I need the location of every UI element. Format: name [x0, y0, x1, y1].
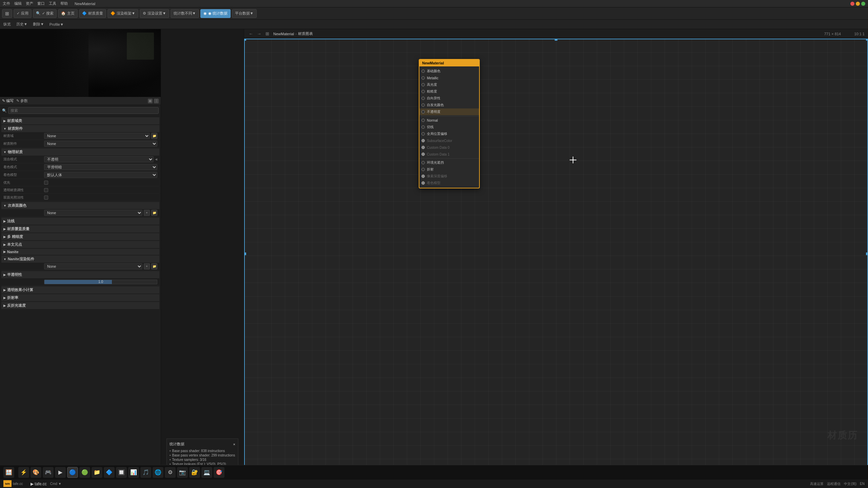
- toolbar-btn-stats-diff[interactable]: 统计数不同▼: [171, 9, 199, 18]
- subsurface-btn[interactable]: +: [144, 210, 150, 216]
- menu-asset[interactable]: 资产: [26, 1, 33, 6]
- taskbar-icon-1[interactable]: 🎨: [31, 467, 41, 478]
- taskbar-icon-3[interactable]: ▶: [55, 467, 66, 478]
- taskbar-icon-8[interactable]: 🔲: [116, 467, 127, 478]
- toolbar2-history[interactable]: 历史▼: [15, 22, 29, 27]
- section-physical-material[interactable]: ▼ 物理材质: [1, 148, 159, 156]
- taskbar-icon-10[interactable]: 🎵: [140, 467, 151, 478]
- taskbar-icon-5[interactable]: 🟢: [79, 467, 90, 478]
- taskbar-icon-0[interactable]: ⚡: [18, 467, 29, 478]
- section-material-quality[interactable]: ▶ 材质覆盖质量: [1, 225, 159, 232]
- pin-row-tangent[interactable]: 切线: [419, 124, 479, 130]
- section-material-domain[interactable]: ▶ 材质域类: [1, 117, 159, 124]
- section-text-pivot[interactable]: ▶ 本文元点: [1, 241, 159, 248]
- taskbar-icon-4[interactable]: 🔵: [67, 467, 78, 478]
- toolbar-btn-stats[interactable]: ◉ ◉ 统计数据: [200, 9, 231, 18]
- pin-row-ao[interactable]: 环境光遮挡: [419, 159, 479, 166]
- maximize-button[interactable]: [861, 2, 865, 6]
- nanite-btn-folder[interactable]: 📁: [151, 263, 157, 269]
- taskbar-icon-9[interactable]: 📊: [128, 467, 139, 478]
- pin-row-refraction[interactable]: 折射: [419, 166, 479, 173]
- pin-row-pixel-depth[interactable]: 像素深度偏移: [419, 173, 479, 180]
- toolbar-btn-render-settings[interactable]: ⚙ 渲染设置▼: [140, 9, 169, 18]
- bilateral-checkbox[interactable]: [44, 196, 48, 200]
- section-refraction[interactable]: ▶ 折射率: [1, 294, 159, 301]
- taskbar-icon-7[interactable]: 🔷: [104, 467, 115, 478]
- menu-file[interactable]: 文件: [3, 1, 10, 6]
- pin-row-world-offset[interactable]: 全局位置偏移: [419, 130, 479, 137]
- section-subsurface[interactable]: ▼ 次表面颜色: [1, 202, 159, 209]
- pin-row-aniso[interactable]: 自向异性: [419, 95, 479, 102]
- section-lod[interactable]: ▶ 多 精细度: [1, 233, 159, 240]
- subsurface-select[interactable]: None: [44, 210, 142, 216]
- section-nanite[interactable]: ▶ Nanite: [1, 249, 159, 255]
- panel-icon-more[interactable]: ⋮: [154, 99, 159, 103]
- section-translucency[interactable]: ▶ 半透明性: [1, 271, 159, 278]
- minimize-button[interactable]: [856, 2, 860, 6]
- taskbar-icon-13[interactable]: 📷: [177, 467, 188, 478]
- taskbar-icon-6[interactable]: 📁: [92, 467, 102, 478]
- pin-row-roughness[interactable]: 粗糙度: [419, 88, 479, 95]
- material-attachment-select[interactable]: None: [44, 141, 157, 147]
- bc-graph-name[interactable]: 材质图表: [298, 31, 313, 36]
- blend-mode-select[interactable]: 不透明: [44, 156, 154, 162]
- taskbar-icon-12[interactable]: ⚙: [165, 467, 176, 478]
- taskbar-icon-15[interactable]: 💻: [201, 467, 212, 478]
- pin-row-shading-model[interactable]: 着色模型: [419, 180, 479, 186]
- back-button[interactable]: ←: [248, 30, 254, 37]
- subsurface-folder-btn[interactable]: 📁: [151, 210, 157, 216]
- translucency-slider[interactable]: 1.0: [44, 280, 157, 284]
- section-material-attachment[interactable]: ▼ 材质附件: [1, 125, 159, 132]
- section-nanite-render[interactable]: ▼ Nanite渲染拓件: [1, 256, 159, 263]
- tab-editor[interactable]: ✎ 编写: [2, 98, 14, 103]
- toolbar-btn-render-frame[interactable]: 🔶 渲染框架▼: [107, 9, 138, 18]
- pin-row-metallic[interactable]: Metallic: [419, 75, 479, 81]
- tab-params[interactable]: ✎ 参数: [16, 98, 28, 103]
- material-domain-btn[interactable]: 📁: [151, 133, 157, 139]
- menu-tools[interactable]: 工具: [49, 1, 56, 6]
- menu-help[interactable]: 帮助: [60, 1, 68, 6]
- taskbar-icon-16[interactable]: 🎯: [214, 467, 224, 478]
- pin-row-custom0[interactable]: Custom Data 0: [419, 144, 479, 151]
- forward-button[interactable]: →: [256, 30, 262, 37]
- pin-row-base-color[interactable]: 基础颜色: [419, 68, 479, 75]
- bc-node-name[interactable]: NewMaterial: [273, 32, 294, 36]
- taskbar-icon-11[interactable]: 🌐: [153, 467, 163, 478]
- node-canvas[interactable]: NewMaterial 基础颜色 Metallic 高光度: [244, 39, 868, 469]
- start-button[interactable]: 🪟: [3, 467, 14, 478]
- close-button[interactable]: [850, 2, 854, 6]
- pin-row-subsurface-color[interactable]: SubsurfaceColor: [419, 137, 479, 144]
- stats-close-btn[interactable]: ×: [233, 442, 235, 446]
- toolbar-btn-home[interactable]: ⊞: [2, 9, 12, 18]
- nanite-select[interactable]: None: [44, 263, 142, 269]
- taskbar-icon-14[interactable]: 🔐: [189, 467, 200, 478]
- pin-row-custom1[interactable]: Custom Data 1: [419, 151, 479, 158]
- toolbar2-delete[interactable]: 删除▼: [32, 22, 45, 27]
- menu-edit[interactable]: 编辑: [14, 1, 22, 6]
- toolbar-btn-apply[interactable]: ✓ 应用: [14, 9, 32, 18]
- pin-row-emissive[interactable]: 自发光颜色: [419, 102, 479, 108]
- pin-row-specular[interactable]: 高光度: [419, 81, 479, 88]
- status-lang-cn[interactable]: 中文(简): [844, 482, 856, 486]
- nanite-btn-add[interactable]: +: [144, 263, 150, 269]
- taskbar-icon-2[interactable]: 🎮: [43, 467, 54, 478]
- search-input[interactable]: [8, 107, 159, 114]
- toolbar2-profile[interactable]: Profile▼: [48, 22, 65, 26]
- priority-checkbox[interactable]: [44, 181, 48, 185]
- pin-row-normal[interactable]: Normal: [419, 117, 479, 124]
- shading-model-select[interactable]: 默认人体: [44, 172, 157, 178]
- status-cmd-dropdown[interactable]: Cmd ▼: [50, 482, 62, 486]
- material-node[interactable]: NewMaterial 基础颜色 Metallic 高光度: [419, 59, 480, 188]
- section-normal[interactable]: ▶ 法线: [1, 218, 159, 225]
- status-lang-en[interactable]: EN: [860, 482, 865, 486]
- menu-window[interactable]: 窗口: [37, 1, 45, 6]
- toolbar-btn-search[interactable]: 🔍 ✓ 搜索: [33, 9, 57, 18]
- toolbar-btn-quality[interactable]: 🔷 材质质量: [79, 9, 106, 18]
- transparent-checkbox[interactable]: [44, 188, 48, 192]
- toolbar-btn-platform[interactable]: 平台数据▼: [232, 9, 257, 18]
- toolbar-btn-main[interactable]: 🏠 主页: [58, 9, 78, 18]
- pin-row-opacity[interactable]: 不透明度: [419, 108, 479, 115]
- section-refract-speed[interactable]: ▶ 反折光速度: [1, 302, 159, 309]
- toolbar2-overview[interactable]: 纵览: [2, 22, 12, 27]
- grid-button[interactable]: ⊞: [264, 30, 271, 37]
